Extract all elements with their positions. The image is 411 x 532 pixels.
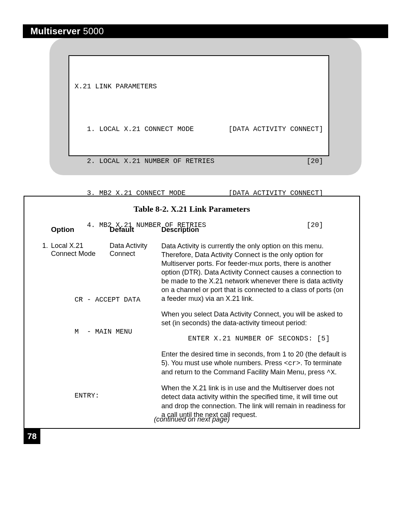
desc-monospace-prompt: ENTER X.21 NUMBER OF SECONDS: [5]: [188, 334, 347, 343]
parameters-table-frame: Table 8-2. X.21 Link Parameters Option D…: [24, 196, 360, 429]
doc-header-brand: Multiserver: [30, 26, 80, 36]
key-cr: <cr>: [284, 359, 300, 367]
doc-header-model: 5000: [83, 26, 104, 36]
doc-header-bar: Multiserver 5000: [23, 24, 388, 38]
terminal-item: 1. LOCAL X.21 CONNECT MODE [DATA ACTIVIT…: [75, 124, 323, 134]
terminal-panel: X.21 LINK PARAMETERS 1. LOCAL X.21 CONNE…: [49, 38, 362, 175]
table-row: 1. Local X.21 Connect Mode Data Activity…: [34, 242, 349, 429]
continued-note: (continued on next page): [154, 415, 229, 423]
table-header-default: Default: [110, 225, 161, 242]
parameters-table: Option Default Description 1. Local X.21…: [34, 225, 349, 429]
terminal-item-label: 1. LOCAL X.21 CONNECT MODE: [75, 124, 194, 134]
table-title: Table 8-2. X.21 Link Parameters: [34, 204, 349, 214]
desc-paragraph: Data Activity is currently the only opti…: [161, 242, 347, 303]
page: Multiserver 5000 X.21 LINK PARAMETERS 1.…: [0, 0, 411, 532]
terminal-item-label: 2. LOCAL X.21 NUMBER OF RETRIES: [75, 156, 214, 166]
row-number: 1.: [34, 242, 51, 429]
desc-paragraph: When you select Data Activity Connect, y…: [161, 310, 347, 328]
terminal-item-value: [DATA ACTIVITY CONNECT]: [229, 124, 323, 134]
key-ctrl-x: ^X: [327, 369, 335, 376]
row-description: Data Activity is currently the only opti…: [161, 242, 349, 429]
terminal-item: 2. LOCAL X.21 NUMBER OF RETRIES [20]: [75, 156, 323, 166]
table-header-description: Description: [161, 225, 349, 242]
row-default: Data Activity Connect: [110, 242, 161, 429]
desc-paragraph: Enter the desired time in seconds, from …: [161, 350, 347, 377]
terminal-title: X.21 LINK PARAMETERS: [75, 81, 323, 92]
terminal-item-value: [20]: [307, 156, 323, 166]
desc-paragraph: When the X.21 link is in use and the Mul…: [161, 384, 347, 419]
row-option: Local X.21 Connect Mode: [51, 242, 110, 429]
page-number: 78: [24, 429, 40, 444]
table-header-blank: [34, 225, 51, 242]
table-header-row: Option Default Description: [34, 225, 349, 242]
terminal-screen: X.21 LINK PARAMETERS 1. LOCAL X.21 CONNE…: [68, 55, 329, 156]
table-header-option: Option: [51, 225, 110, 242]
